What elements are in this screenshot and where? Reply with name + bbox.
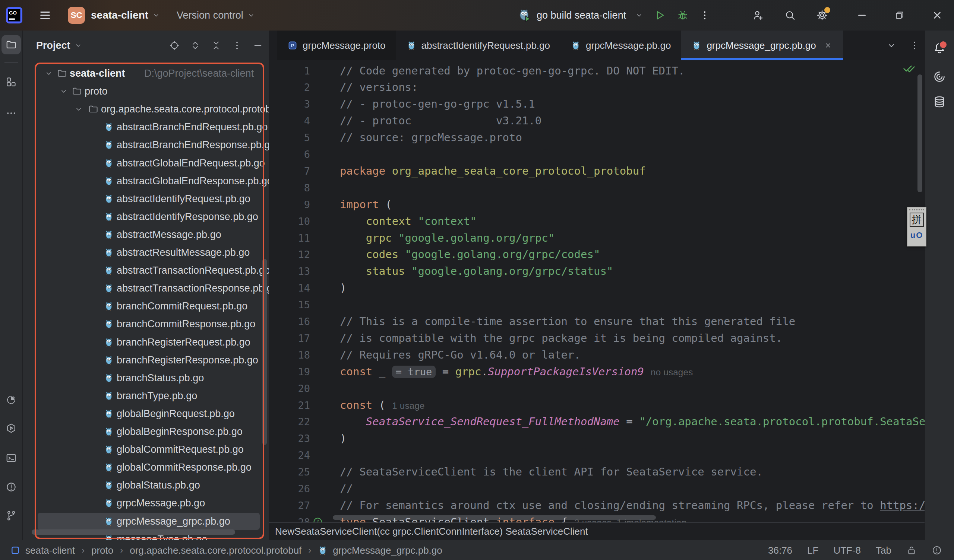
collapse-all-icon[interactable]	[211, 40, 221, 51]
tool-strip-button-profiler[interactable]	[2, 390, 21, 409]
caret-position[interactable]: 36:76	[768, 545, 792, 556]
code-editor[interactable]: 1// Code generated by protoc-gen-go-grpc…	[269, 60, 925, 523]
tree-item-branchregisterresponse-pb-go[interactable]: branchRegisterResponse.pb.go	[23, 352, 269, 369]
code-token: "/org.apache.seata.protocol.protobuf.Sea…	[639, 415, 925, 428]
right-tool-strip	[924, 31, 954, 540]
ime-drag-handle[interactable]	[909, 209, 924, 210]
ime-mode[interactable]: 拼	[910, 213, 924, 227]
tree-item-org-apache-seata-core-protocol-protobuf[interactable]: org.apache.seata.core.protocol.protobuf	[23, 101, 269, 118]
run-config-name[interactable]: go build seata-client	[537, 10, 626, 21]
tree-item-abstracttransactionrequest-pb-go[interactable]: abstractTransactionRequest.pb.go	[23, 262, 269, 279]
close-icon[interactable]	[823, 41, 832, 50]
project-switcher[interactable]: seata-client	[91, 9, 148, 21]
hide-panel-icon[interactable]	[253, 40, 263, 51]
readonly-unlock-icon[interactable]	[906, 545, 917, 555]
panel-title[interactable]: Project	[36, 40, 70, 51]
tree-item-label: globalCommitRequest.pb.go	[117, 444, 244, 455]
gopher-file-icon	[104, 301, 114, 311]
tree-item-abstractidentifyresponse-pb-go[interactable]: abstractIdentifyResponse.pb.go	[23, 208, 269, 225]
project-avatar[interactable]: SC	[68, 7, 85, 24]
code-token: =	[436, 365, 455, 378]
breadcrumb-item[interactable]: grpcMessage_grpc.pb.go	[333, 545, 442, 556]
tree-item-label: abstractGlobalEndResponse.pb.go	[117, 175, 269, 187]
tree-item-globalstatus-pb-go[interactable]: globalStatus.pb.go	[23, 477, 269, 494]
tree-item-abstractglobalendrequest-pb-go[interactable]: abstractGlobalEndRequest.pb.go	[23, 154, 269, 172]
code-token[interactable]: https://pkg.go.d	[880, 499, 925, 512]
ime-sub-icons[interactable]: uO	[910, 230, 923, 240]
tabs-more-vertical-icon[interactable]	[909, 40, 920, 51]
tree-item-branchstatus-pb-go[interactable]: branchStatus.pb.go	[23, 369, 269, 386]
tree-horizontal-scrollbar[interactable]	[32, 529, 235, 535]
tree-item-abstractbranchendresponse-pb-go[interactable]: abstractBranchEndResponse.pb.go	[23, 136, 269, 153]
ai-assistant-icon[interactable]	[933, 70, 946, 83]
line-separator[interactable]: LF	[807, 545, 818, 556]
window-close-button[interactable]	[932, 10, 943, 21]
tab-grpcmessage-grpc-pb-go[interactable]: grpcMessage_grpc.pb.go	[681, 31, 843, 60]
vcs-widget[interactable]: Version control	[177, 10, 243, 21]
tool-strip-button-structure[interactable]	[2, 72, 21, 92]
database-icon[interactable]	[933, 95, 946, 109]
tree-item-globalcommitresponse-pb-go[interactable]: globalCommitResponse.pb.go	[23, 459, 269, 476]
code-line: //	[340, 480, 353, 497]
tree-item-abstractbranchendrequest-pb-go[interactable]: abstractBranchEndRequest.pb.go	[23, 118, 269, 135]
tree-item-abstracttransactionresponse-pb-go[interactable]: abstractTransactionResponse.pb.go	[23, 280, 269, 297]
add-user-button[interactable]	[752, 9, 764, 21]
tree-item-branchtype-pb-go[interactable]: branchType.pb.go	[23, 387, 269, 404]
tab-abstractidentifyrequest-pb-go[interactable]: abstractIdentifyRequest.pb.go	[396, 31, 560, 60]
ime-toolbar[interactable]: 拼 uO	[907, 207, 926, 246]
tool-strip-button-problems[interactable]	[2, 478, 21, 497]
file-encoding[interactable]: UTF-8	[833, 545, 861, 556]
tree-item-abstractresultmessage-pb-go[interactable]: abstractResultMessage.pb.go	[23, 244, 269, 261]
run-button[interactable]	[654, 9, 666, 21]
tree-item-grpcmessage-pb-go[interactable]: grpcMessage.pb.go	[23, 495, 269, 512]
tree-item-globalbeginrequest-pb-go[interactable]: globalBeginRequest.pb.go	[23, 405, 269, 422]
tree-item-branchcommitresponse-pb-go[interactable]: branchCommitResponse.pb.go	[23, 315, 269, 333]
chevron-down-icon[interactable]	[44, 69, 53, 78]
code-token: SupportPackageIsVersion9	[488, 365, 644, 378]
tool-strip-button-git[interactable]	[2, 506, 21, 525]
tree-item-branchcommitrequest-pb-go[interactable]: branchCommitRequest.pb.go	[23, 297, 269, 315]
tree-item-abstractmessage-pb-go[interactable]: abstractMessage.pb.go	[23, 226, 269, 243]
tab-grpcmessage-proto[interactable]: PgrpcMessage.proto	[277, 31, 396, 60]
tool-strip-button-more-horizontal[interactable]	[2, 104, 21, 123]
tree-item-grpcmessage-grpc-pb-go[interactable]: grpcMessage_grpc.pb.go	[23, 513, 269, 530]
tree-item-branchregisterrequest-pb-go[interactable]: branchRegisterRequest.pb.go	[23, 334, 269, 351]
line-number: 20	[269, 380, 310, 397]
expand-all-icon[interactable]	[190, 40, 201, 51]
chevron-down-icon[interactable]	[74, 105, 83, 114]
window-maximize-button[interactable]	[894, 10, 905, 20]
search-button[interactable]	[784, 9, 796, 21]
chevron-down-icon[interactable]	[59, 87, 68, 96]
tree-item-proto[interactable]: proto	[23, 82, 269, 100]
more-actions-icon[interactable]	[699, 10, 710, 21]
locate-file-icon[interactable]	[169, 40, 179, 51]
tree-vertical-scrollbar[interactable]	[262, 259, 267, 445]
tree-item-abstractglobalendresponse-pb-go[interactable]: abstractGlobalEndResponse.pb.go	[23, 173, 269, 190]
more-vertical-icon[interactable]	[232, 40, 242, 51]
tree-item-label: abstractBranchEndRequest.pb.go	[117, 121, 268, 133]
tree-item-globalbeginresponse-pb-go[interactable]: globalBeginResponse.pb.go	[23, 423, 269, 440]
debug-button[interactable]	[677, 9, 689, 21]
notifications-bell-icon[interactable]	[933, 42, 946, 55]
tab-grpcmessage-pb-go[interactable]: grpcMessage.pb.go	[560, 31, 681, 60]
tool-strip-button-terminal[interactable]	[2, 448, 21, 468]
tree-item-abstractidentifyrequest-pb-go[interactable]: abstractIdentifyRequest.pb.go	[23, 190, 269, 207]
breadcrumb-item[interactable]: org.apache.seata.core.protocol.protobuf	[130, 545, 301, 556]
inspection-widget-icon[interactable]	[932, 545, 942, 555]
indent-style[interactable]: Tab	[876, 545, 892, 556]
editor-vertical-scrollbar[interactable]	[918, 75, 922, 192]
tool-strip-button-services[interactable]	[2, 418, 21, 438]
window-minimize-button[interactable]	[856, 10, 868, 21]
tree-item-seata-client[interactable]: seata-clientD:\goProject\seata-client	[23, 65, 269, 82]
tree-item-globalcommitrequest-pb-go[interactable]: globalCommitRequest.pb.go	[23, 441, 269, 458]
run-widget[interactable]: go build seata-client	[518, 0, 710, 31]
folder-icon	[88, 104, 98, 114]
breadcrumb-item[interactable]: seata-client	[25, 545, 75, 556]
settings-button[interactable]	[816, 9, 828, 21]
hamburger-menu-icon[interactable]	[39, 9, 51, 22]
breadcrumb-item[interactable]: proto	[91, 545, 113, 556]
inspection-ok-icon[interactable]	[903, 62, 915, 76]
interface-gutter-icon[interactable]: I	[313, 516, 325, 523]
tabs-chevron-down-icon[interactable]	[886, 40, 896, 51]
tool-strip-button-project[interactable]	[2, 35, 21, 54]
